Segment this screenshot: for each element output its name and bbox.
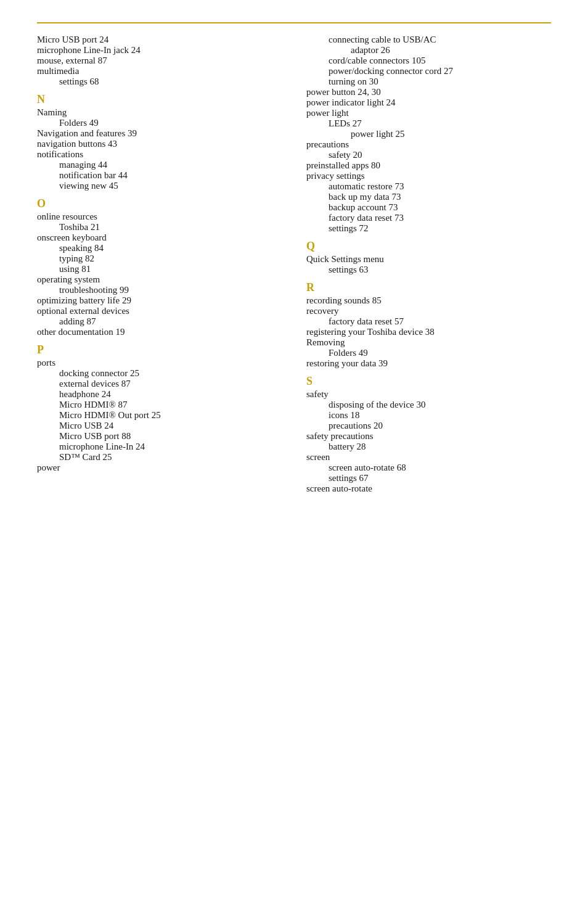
index-entry: ports [37,358,282,368]
index-entry: factory data reset 73 [306,213,551,223]
index-entry: LEDs 27 [306,118,551,129]
index-entry: multimedia [37,66,282,76]
page: Micro USB port 24microphone Line-In jack… [0,0,588,917]
index-entry: Removing [306,337,551,348]
index-entry: cord/cable connectors 105 [306,56,551,66]
index-entry: typing 82 [37,253,282,264]
index-entry: external devices 87 [37,379,282,389]
index-section-letter: P [37,343,282,356]
index-entry: troubleshooting 99 [37,285,282,295]
index-entry: optimizing battery life 29 [37,295,282,306]
index-entry: turning on 30 [306,76,551,87]
index-entry: mouse, external 87 [37,56,282,66]
index-entry: registering your Toshiba device 38 [306,327,551,337]
index-entry: privacy settings [306,171,551,181]
index-entry: Navigation and features 39 [37,128,282,139]
index-entry: power light [306,108,551,118]
index-columns: Micro USB port 24microphone Line-In jack… [37,35,551,494]
index-entry: other documentation 19 [37,327,282,337]
left-column: Micro USB port 24microphone Line-In jack… [37,35,282,494]
index-entry: icons 18 [306,410,551,421]
index-entry: power button 24, 30 [306,87,551,97]
index-entry: precautions [306,139,551,150]
index-entry: viewing new 45 [37,181,282,191]
index-entry: backup account 73 [306,202,551,213]
index-entry: disposing of the device 30 [306,400,551,410]
index-entry: settings 67 [306,473,551,483]
index-entry: Micro USB port 88 [37,431,282,442]
index-entry: Folders 49 [306,348,551,358]
index-entry: microphone Line-In jack 24 [37,45,282,56]
index-entry: microphone Line-In 24 [37,442,282,452]
index-entry: power/docking connector cord 27 [306,66,551,76]
index-entry: preinstalled apps 80 [306,160,551,171]
page-header [37,19,551,23]
index-entry: Folders 49 [37,118,282,128]
index-entry: Micro USB 24 [37,421,282,431]
index-entry: screen auto-rotate [306,483,551,494]
index-entry: headphone 24 [37,389,282,400]
index-entry: safety [306,389,551,400]
index-entry: managing 44 [37,160,282,170]
index-entry: battery 28 [306,442,551,452]
index-entry: connecting cable to USB/AC [306,35,551,45]
index-entry: operating system [37,274,282,285]
index-section-letter: R [306,281,551,294]
index-entry: factory data reset 57 [306,316,551,327]
index-entry: restoring your data 39 [306,358,551,369]
index-entry: power [37,463,282,473]
index-section-letter: O [37,197,282,210]
index-entry: screen [306,452,551,463]
index-entry: Micro HDMI® Out port 25 [37,410,282,421]
index-entry: Naming [37,107,282,118]
index-entry: speaking 84 [37,243,282,253]
index-entry: online resources [37,212,282,222]
index-entry: adding 87 [37,316,282,327]
index-entry: navigation buttons 43 [37,139,282,149]
index-entry: precautions 20 [306,421,551,431]
index-section-letter: Q [306,240,551,253]
index-entry: docking connector 25 [37,368,282,379]
right-column: connecting cable to USB/ACadaptor 26cord… [306,35,551,494]
index-entry: Quick Settings menu [306,254,551,265]
index-entry: Toshiba 21 [37,222,282,232]
index-entry: recovery [306,306,551,316]
index-entry: notification bar 44 [37,170,282,181]
index-section-letter: S [306,375,551,388]
index-entry: notifications [37,149,282,160]
index-entry: safety 20 [306,150,551,160]
index-entry: safety precautions [306,431,551,442]
index-entry: onscreen keyboard [37,232,282,243]
index-entry: automatic restore 73 [306,181,551,192]
index-entry: optional external devices [37,306,282,316]
index-entry: adaptor 26 [306,45,551,56]
index-entry: settings 68 [37,76,282,87]
index-entry: power light 25 [306,129,551,139]
index-entry: recording sounds 85 [306,295,551,306]
index-entry: SD™ Card 25 [37,452,282,463]
index-entry: settings 72 [306,223,551,234]
index-section-letter: N [37,93,282,106]
index-entry: settings 63 [306,265,551,275]
index-entry: back up my data 73 [306,192,551,202]
index-entry: power indicator light 24 [306,97,551,108]
index-entry: Micro USB port 24 [37,35,282,45]
index-entry: screen auto-rotate 68 [306,463,551,473]
index-entry: using 81 [37,264,282,274]
index-entry: Micro HDMI® 87 [37,400,282,410]
